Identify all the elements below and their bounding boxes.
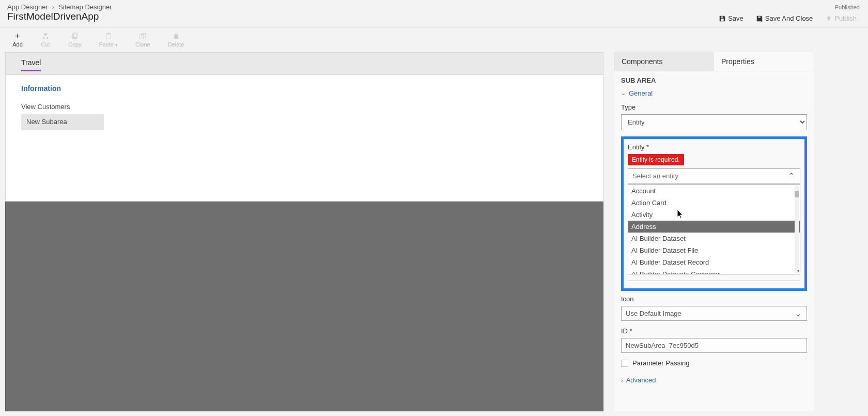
- save-label: Save: [728, 14, 743, 22]
- type-select[interactable]: Entity: [621, 114, 807, 130]
- area-tab-travel[interactable]: Travel: [21, 58, 41, 71]
- icon-select[interactable]: Use Default Image ⌄: [621, 306, 807, 321]
- breadcrumb-item-appdesigner[interactable]: App Designer: [7, 3, 48, 11]
- cut-button: Cut: [35, 30, 56, 50]
- dropdown-scrollbar-track[interactable]: [795, 186, 799, 273]
- subarea-view-customers[interactable]: View Customers: [21, 100, 587, 114]
- entity-error-badge: Entity is required.: [628, 154, 684, 165]
- publish-label: Publish: [834, 14, 857, 22]
- general-label: General: [629, 89, 653, 97]
- entity-option-aibuilderdatasetscontainer[interactable]: AI Builder Datasets Container: [628, 268, 800, 274]
- entity-option-activity[interactable]: Activity: [628, 209, 800, 221]
- entity-input[interactable]: [628, 169, 783, 183]
- publish-button: Publish: [822, 12, 860, 24]
- save-close-label: Save And Close: [765, 14, 813, 22]
- area-tab-bar: Travel: [5, 52, 603, 75]
- subarea-heading: SUB AREA: [621, 76, 807, 84]
- chevron-down-icon: ⌄: [621, 90, 626, 97]
- parameter-passing-label: Parameter Passing: [632, 359, 690, 367]
- save-close-icon: [756, 15, 763, 22]
- designer-canvas: Travel Information View Customers New Su…: [5, 52, 603, 411]
- entity-dropdown-list: Account Action Card Activity Address AI …: [628, 184, 800, 274]
- add-button[interactable]: + Add: [7, 30, 28, 50]
- divider: [628, 281, 800, 281]
- advanced-label: Advanced: [626, 376, 656, 384]
- entity-label: Entity *: [628, 143, 800, 151]
- publish-icon: [825, 15, 832, 22]
- toolbar: + Add Cut Copy Paste ▾ Clone Delete: [0, 27, 868, 52]
- copy-label: Copy: [68, 41, 82, 48]
- save-button[interactable]: Save: [716, 12, 747, 24]
- properties-panel: Components Properties SUB AREA ⌄ General…: [614, 52, 814, 411]
- paste-icon: [104, 32, 113, 40]
- canvas-backdrop: [5, 202, 603, 411]
- delete-icon: [172, 32, 180, 40]
- cut-label: Cut: [41, 41, 50, 48]
- id-field[interactable]: [621, 338, 807, 353]
- icon-label: Icon: [621, 295, 807, 303]
- entity-option-address[interactable]: Address: [628, 221, 800, 233]
- published-status: Published: [835, 4, 860, 10]
- subarea-new-subarea[interactable]: New Subarea: [21, 114, 104, 130]
- save-icon: [719, 15, 726, 22]
- cut-icon: [41, 32, 50, 40]
- delete-label: Delete: [168, 41, 184, 48]
- entity-select[interactable]: ⌃: [628, 168, 800, 183]
- copy-button: Copy: [63, 30, 87, 50]
- icon-value: Use Default Image: [622, 306, 789, 320]
- entity-option-aibuilderdataset[interactable]: AI Builder Dataset: [628, 233, 800, 244]
- chevron-down-icon: ⌄: [789, 309, 807, 318]
- chevron-right-icon: ›: [621, 377, 623, 383]
- entity-highlight-box: Entity * Entity is required. ⌃ Account A…: [621, 136, 807, 291]
- delete-button: Delete: [163, 30, 190, 50]
- dropdown-scrollbar-thumb[interactable]: [795, 191, 799, 197]
- chevron-right-icon: ›: [52, 3, 54, 11]
- breadcrumb-item-sitemapdesigner[interactable]: Sitemap Designer: [58, 3, 112, 11]
- id-label: ID *: [621, 327, 807, 335]
- tab-properties[interactable]: Properties: [714, 52, 814, 71]
- entity-option-actioncard[interactable]: Action Card: [628, 197, 800, 209]
- add-label: Add: [12, 41, 23, 48]
- group-information[interactable]: Information: [21, 84, 587, 93]
- plus-icon: +: [13, 32, 22, 40]
- clone-label: Clone: [135, 41, 150, 48]
- copy-icon: [71, 32, 79, 40]
- parameter-passing-checkbox[interactable]: Parameter Passing: [621, 359, 807, 367]
- save-and-close-button[interactable]: Save And Close: [753, 12, 816, 24]
- clone-button: Clone: [130, 30, 156, 50]
- general-section-toggle[interactable]: ⌄ General: [621, 89, 807, 97]
- entity-option-account[interactable]: Account: [628, 185, 800, 197]
- entity-option-aibuilderdatasetrecord[interactable]: AI Builder Dataset Record: [628, 256, 800, 268]
- advanced-section-toggle[interactable]: › Advanced: [621, 376, 807, 384]
- chevron-down-icon: ▾: [115, 42, 118, 48]
- tab-components[interactable]: Components: [614, 52, 714, 71]
- checkbox-icon: [621, 360, 628, 367]
- type-label: Type: [621, 103, 807, 111]
- svg-rect-3: [107, 33, 110, 35]
- paste-label: Paste ▾: [99, 41, 118, 48]
- chevron-down-icon: ▾: [797, 269, 799, 273]
- paste-button: Paste ▾: [94, 30, 123, 50]
- entity-option-aibuilderdatasetfile[interactable]: AI Builder Dataset File: [628, 244, 800, 256]
- clone-icon: [138, 32, 147, 40]
- chevron-up-icon: ⌃: [783, 171, 800, 181]
